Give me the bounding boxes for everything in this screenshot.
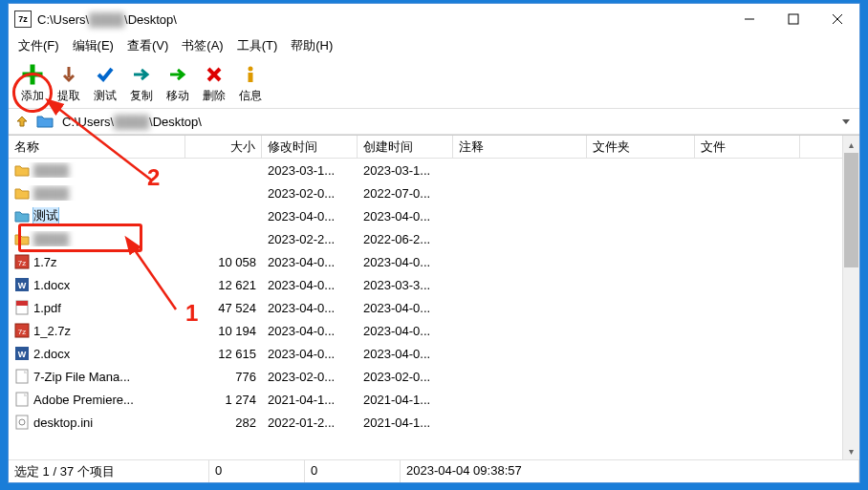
file-type-icon: 7z [14, 323, 30, 338]
app-icon: 7z [14, 11, 32, 28]
file-type-icon [14, 162, 30, 178]
header-comment[interactable]: 注释 [453, 136, 587, 158]
main-window: 7z C:\Users\████\Desktop\ 文件(F) 编辑(E) 查看… [8, 3, 860, 483]
menu-bookmark[interactable]: 书签(A) [176, 35, 228, 56]
toolbar: 添加 提取 测试 复制 移动 删除 信息 [9, 57, 859, 109]
toolbar-delete-label: 删除 [203, 88, 226, 104]
list-item[interactable]: 7z1.7z10 0582023-04-0...2023-04-0... [9, 250, 842, 273]
address-dropdown-button[interactable] [836, 116, 856, 127]
toolbar-move-button[interactable]: 移动 [160, 61, 196, 106]
address-input[interactable]: C:\Users\████\Desktop\ [58, 113, 833, 131]
svg-rect-18 [16, 415, 28, 429]
svg-text:7z: 7z [18, 259, 26, 267]
info-icon [238, 63, 263, 86]
svg-rect-1 [789, 14, 798, 24]
toolbar-delete-button[interactable]: 删除 [196, 61, 232, 106]
svg-rect-16 [16, 370, 28, 383]
file-type-icon [14, 369, 30, 384]
menu-edit[interactable]: 编辑(E) [67, 35, 119, 56]
toolbar-add-label: 添加 [21, 88, 44, 104]
file-type-icon [14, 415, 30, 430]
menu-view[interactable]: 查看(V) [121, 35, 174, 56]
header-name[interactable]: 名称 [9, 136, 185, 158]
list-item[interactable]: ████2023-02-0...2022-07-0... [9, 181, 842, 204]
toolbar-copy-label: 复制 [130, 88, 153, 104]
svg-rect-17 [16, 393, 28, 406]
addressbar: C:\Users\████\Desktop\ [9, 109, 859, 135]
toolbar-test-button[interactable]: 测试 [87, 61, 123, 106]
menu-tools[interactable]: 工具(T) [231, 35, 284, 56]
vertical-scrollbar[interactable]: ▴ ▾ [842, 136, 859, 459]
file-type-icon [14, 208, 30, 224]
svg-rect-5 [249, 73, 253, 82]
toolbar-extract-button[interactable]: 提取 [51, 61, 87, 106]
maximize-button[interactable] [771, 4, 815, 34]
status-selection: 选定 1 / 37 个项目 [9, 460, 209, 482]
toolbar-test-label: 测试 [94, 88, 117, 104]
svg-point-4 [249, 67, 253, 72]
list-item[interactable]: 测试2023-04-0...2023-04-0... [9, 204, 842, 227]
list-item[interactable]: 7-Zip File Mana...7762023-02-0...2023-02… [9, 365, 842, 388]
menu-help[interactable]: 帮助(H) [285, 35, 338, 56]
list-item[interactable]: 7z1_2.7z10 1942023-04-0...2023-04-0... [9, 319, 842, 342]
scroll-up-arrow[interactable]: ▴ [843, 136, 859, 153]
file-type-icon [14, 300, 30, 315]
file-type-icon [14, 392, 30, 407]
column-headers: 名称 大小 修改时间 创建时间 注释 文件夹 文件 [9, 136, 842, 159]
list-item[interactable]: ████2023-02-2...2022-06-2... [9, 227, 842, 250]
folder-icon [35, 113, 54, 130]
list-item[interactable]: W2.docx12 6152023-04-0...2023-04-0... [9, 342, 842, 365]
status-datetime: 2023-04-04 09:38:57 [401, 460, 859, 482]
header-file[interactable]: 文件 [695, 136, 800, 158]
list-item[interactable]: ████2023-03-1...2023-03-1... [9, 159, 842, 181]
svg-text:W: W [18, 350, 27, 359]
header-modified[interactable]: 修改时间 [262, 136, 358, 158]
list-item[interactable]: 1.pdf47 5242023-04-0...2023-04-0... [9, 296, 842, 319]
toolbar-add-button[interactable]: 添加 [14, 61, 51, 106]
list-item[interactable]: Adobe Premiere...1 2742021-04-1...2021-0… [9, 388, 842, 411]
toolbar-copy-button[interactable]: 复制 [123, 61, 160, 106]
scroll-down-arrow[interactable]: ▾ [843, 442, 859, 459]
file-type-icon [14, 231, 30, 246]
titlebar[interactable]: 7z C:\Users\████\Desktop\ [9, 4, 859, 34]
file-type-icon: W [14, 277, 30, 292]
file-type-icon: 7z [14, 254, 30, 269]
menu-file[interactable]: 文件(F) [12, 35, 65, 56]
up-button[interactable] [12, 112, 32, 131]
scroll-thumb[interactable] [844, 153, 858, 267]
menubar: 文件(F) 编辑(E) 查看(V) 书签(A) 工具(T) 帮助(H) [9, 34, 859, 57]
content-area: 名称 大小 修改时间 创建时间 注释 文件夹 文件 ████2023-03-1.… [9, 135, 859, 459]
toolbar-info-button[interactable]: 信息 [232, 61, 269, 106]
arrow-right-icon [129, 63, 154, 86]
extract-icon [56, 63, 81, 86]
file-type-icon [14, 185, 30, 201]
status-v2: 0 [305, 460, 401, 482]
window-title: C:\Users\████\Desktop\ [37, 12, 727, 27]
x-icon [202, 63, 227, 86]
plus-icon [20, 63, 45, 86]
file-listview[interactable]: 名称 大小 修改时间 创建时间 注释 文件夹 文件 ████2023-03-1.… [9, 136, 842, 459]
list-item[interactable]: W1.docx12 6212023-04-0...2023-03-3... [9, 273, 842, 296]
svg-text:W: W [18, 281, 27, 290]
check-icon [93, 63, 118, 86]
arrow-right-green-icon [165, 63, 190, 86]
statusbar: 选定 1 / 37 个项目 0 0 2023-04-04 09:38:57 [9, 459, 859, 482]
toolbar-info-label: 信息 [239, 88, 262, 104]
svg-rect-11 [16, 301, 28, 306]
minimize-button[interactable] [727, 4, 771, 34]
toolbar-move-label: 移动 [166, 88, 189, 104]
header-size[interactable]: 大小 [185, 136, 262, 158]
close-button[interactable] [815, 4, 859, 34]
header-created[interactable]: 创建时间 [358, 136, 453, 158]
header-folder[interactable]: 文件夹 [587, 136, 695, 158]
toolbar-extract-label: 提取 [57, 88, 80, 104]
list-item[interactable]: desktop.ini2822022-01-2...2021-04-1... [9, 411, 842, 434]
status-v1: 0 [209, 460, 305, 482]
file-type-icon: W [14, 346, 30, 361]
rows-container: ████2023-03-1...2023-03-1...████2023-02-… [9, 159, 842, 459]
svg-text:7z: 7z [18, 328, 26, 336]
